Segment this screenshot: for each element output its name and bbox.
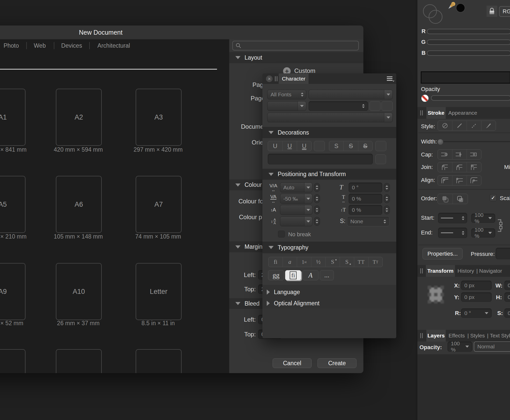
section-typography[interactable]: Typography xyxy=(262,242,396,253)
lock-button[interactable] xyxy=(487,6,497,17)
colour-mode-button[interactable]: RGB xyxy=(499,6,510,17)
cap-square-button[interactable] xyxy=(467,150,481,159)
close-icon[interactable]: × xyxy=(266,75,273,82)
tracking-stepper[interactable] xyxy=(314,194,320,203)
pressure-field[interactable] xyxy=(496,248,510,259)
font-weight-select[interactable] xyxy=(267,101,306,111)
anchor-point-selector[interactable] xyxy=(426,285,445,305)
blend-mode-select[interactable]: Normal xyxy=(474,342,510,352)
panel-drag-handle[interactable] xyxy=(420,268,423,273)
strike-double-button[interactable]: S xyxy=(358,141,372,151)
layers-list-area[interactable] xyxy=(417,354,510,420)
align-inside-button[interactable] xyxy=(452,176,467,185)
cap-round-button[interactable] xyxy=(438,150,452,159)
ordinals-button[interactable]: 1st xyxy=(297,257,311,267)
stepper-up-icon[interactable] xyxy=(362,104,365,106)
shear-field-transform[interactable]: 0 xyxy=(504,308,510,318)
dialog-titlebar[interactable] xyxy=(0,25,363,39)
preset-card-a6[interactable]: A6 xyxy=(56,176,102,233)
order-behind-button[interactable] xyxy=(453,194,468,204)
fractions-button[interactable]: ½ xyxy=(311,257,325,267)
glyph-browser-button[interactable]: fi xyxy=(285,270,301,280)
underline-colour-button[interactable] xyxy=(314,141,325,151)
align-outside-button[interactable] xyxy=(467,176,481,185)
font-style-select[interactable] xyxy=(267,113,393,122)
tab-navigator[interactable]: Navigator xyxy=(479,265,502,277)
preset-card-a9[interactable]: A9 xyxy=(0,263,26,320)
preset-card-letter[interactable]: Letter xyxy=(136,263,182,320)
underline-none-button[interactable]: U xyxy=(268,141,282,151)
all-caps-button[interactable]: TT xyxy=(354,257,368,267)
colour-opacity-slider[interactable] xyxy=(431,95,510,101)
end-arrow-select[interactable] xyxy=(438,228,467,238)
tab-history[interactable]: History xyxy=(457,265,474,277)
tab-styles[interactable]: Styles xyxy=(470,330,485,342)
colour-spectrum-bar[interactable] xyxy=(421,71,510,84)
baseline-select[interactable] xyxy=(280,205,312,215)
panel-drag-handle[interactable] xyxy=(420,333,423,338)
more-typography-button[interactable]: ... xyxy=(320,270,334,280)
tab-web[interactable]: Web xyxy=(34,39,46,52)
no-colour-icon[interactable] xyxy=(421,95,429,102)
strike-colour-button[interactable] xyxy=(375,141,386,151)
stroke-properties-button[interactable]: Properties... xyxy=(423,248,463,259)
preset-card[interactable] xyxy=(56,349,102,373)
link-icon[interactable] xyxy=(497,218,503,233)
stroke-solid-button[interactable] xyxy=(452,121,467,130)
stroke-brush-button[interactable] xyxy=(481,121,496,130)
v-scale-field[interactable]: 0 % xyxy=(349,205,382,215)
subscript-button[interactable]: S xyxy=(340,257,354,267)
font-option-button[interactable] xyxy=(381,101,393,111)
panel-drag-handle[interactable] xyxy=(420,110,423,115)
h-scale-field[interactable]: 0 % xyxy=(349,194,382,204)
superscript-button[interactable]: S xyxy=(325,257,340,267)
tab-photo[interactable]: Photo xyxy=(4,39,19,52)
green-slider[interactable] xyxy=(427,40,510,45)
red-slider[interactable] xyxy=(427,29,510,34)
preset-card-a10[interactable]: A10 xyxy=(56,263,102,320)
section-layout[interactable]: Layout xyxy=(229,52,363,63)
h-scale-stepper[interactable] xyxy=(384,194,390,203)
current-colour-swatch[interactable] xyxy=(456,3,465,13)
stepper-up-icon[interactable] xyxy=(462,231,464,232)
panel-drag-handle[interactable] xyxy=(275,76,277,81)
font-option-button[interactable] xyxy=(369,101,380,111)
section-optical-alignment[interactable]: Optical Alignment xyxy=(267,299,353,308)
stepper-down-icon[interactable] xyxy=(362,107,365,108)
end-scale-select[interactable]: 100 % xyxy=(471,228,495,238)
scale-with-object-checkbox[interactable]: ✓ xyxy=(490,194,497,201)
ligatures-button[interactable]: fi xyxy=(269,257,283,267)
h-field[interactable]: 0 xyxy=(504,292,510,302)
section-decorations[interactable]: Decorations xyxy=(262,127,396,138)
underline-double-button[interactable]: U xyxy=(297,141,311,151)
preset-card-a2[interactable]: A2 xyxy=(56,89,102,146)
stepper-up-icon[interactable] xyxy=(384,219,386,221)
stepper-down-icon[interactable] xyxy=(462,233,464,235)
stroke-none-button[interactable] xyxy=(438,121,452,130)
create-button[interactable]: Create xyxy=(317,358,356,368)
join-bevel-button[interactable] xyxy=(452,162,467,172)
underline-single-button[interactable]: U xyxy=(282,141,297,151)
tab-appearance[interactable]: Appearance xyxy=(448,107,477,119)
order-front-button[interactable] xyxy=(438,194,453,204)
start-scale-select[interactable]: 100 % xyxy=(471,214,495,223)
rotation-field[interactable]: 0 ° xyxy=(461,308,492,318)
cancel-button[interactable]: Cancel xyxy=(273,358,312,368)
decoration-stroke-field[interactable] xyxy=(268,154,373,164)
start-arrow-select[interactable] xyxy=(438,213,467,223)
colour-wheels-icon[interactable] xyxy=(421,3,444,25)
tab-stroke[interactable]: Stroke xyxy=(426,107,446,119)
leading-select[interactable] xyxy=(280,216,312,226)
text-style-select[interactable]: None xyxy=(347,216,389,226)
tab-devices[interactable]: Devices xyxy=(61,39,82,52)
join-miter-button[interactable] xyxy=(467,162,481,172)
w-field[interactable]: 0 xyxy=(504,281,510,290)
font-size-field[interactable] xyxy=(309,101,368,111)
swash-button[interactable]: A xyxy=(302,270,318,280)
alternates-button[interactable]: a xyxy=(283,257,297,267)
preset-card-a7[interactable]: A7 xyxy=(136,176,182,233)
strike-single-button[interactable]: S xyxy=(343,141,358,151)
search-input[interactable] xyxy=(232,41,359,50)
preset-card[interactable] xyxy=(0,349,26,373)
shear-field[interactable]: 0 ° xyxy=(349,182,382,192)
